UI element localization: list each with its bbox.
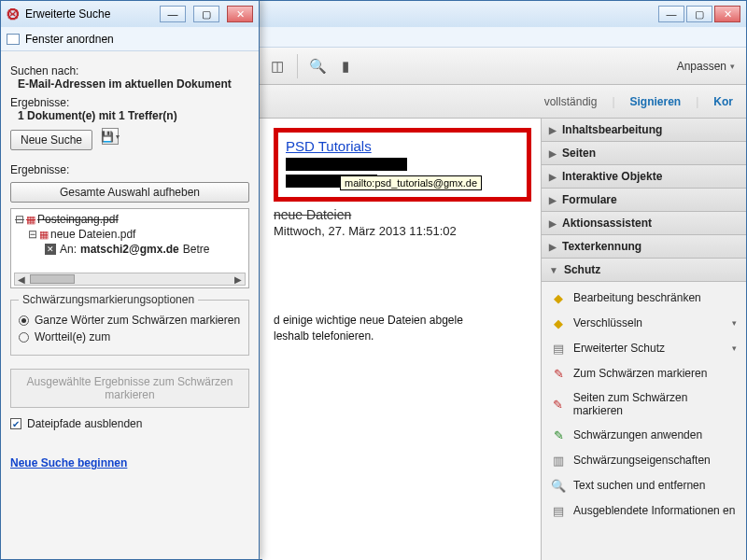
minimize-button[interactable]: — bbox=[658, 6, 684, 22]
redact-icon: ✎ bbox=[551, 397, 566, 412]
color-icon[interactable]: ▮ bbox=[335, 56, 356, 77]
document-icon: ▤ bbox=[551, 503, 566, 518]
highlight-box: PSD Tutorials mailto:psd_tutorials@gmx.d… bbox=[274, 128, 531, 202]
panel-section[interactable]: ▶Formulare bbox=[542, 189, 746, 212]
tools-panel: ▶Inhaltsbearbeitung ▶Seiten ▶Interaktive… bbox=[541, 119, 746, 560]
tab-signieren[interactable]: Signieren bbox=[630, 95, 682, 108]
tab-vollstaendig[interactable]: vollständig bbox=[544, 95, 598, 108]
maximize-button[interactable]: ▢ bbox=[193, 6, 219, 22]
results-tree[interactable]: ⊟▦Posteingang.pdf ⊟▦neue Dateien.pdf ✕An… bbox=[10, 208, 249, 288]
close-button[interactable]: ✕ bbox=[714, 6, 740, 22]
window-icon bbox=[7, 34, 20, 45]
redaction-bar bbox=[286, 158, 407, 171]
panel-section[interactable]: ▶Interaktive Objekte bbox=[542, 165, 746, 189]
close-button[interactable]: ✕ bbox=[227, 6, 253, 22]
tab-kommentar[interactable]: Kor bbox=[713, 95, 733, 108]
struck-text: neue Dateien bbox=[274, 207, 531, 222]
new-search-button[interactable]: Neue Suche bbox=[10, 130, 92, 150]
redact-icon: ✎ bbox=[551, 366, 566, 381]
acrobat-icon: ⮿ bbox=[7, 7, 20, 21]
mark-selected-button-disabled: Ausgewählte Ergebnisse zum Schwärzen mar… bbox=[10, 369, 249, 408]
label-results: Ergebnisse: bbox=[10, 96, 249, 109]
body-text: d einige wichtige neue Dateien abgele le… bbox=[274, 313, 531, 344]
customize-button[interactable]: Anpassen▾ bbox=[671, 60, 740, 73]
properties-icon: ▥ bbox=[551, 453, 566, 468]
tool-search-remove[interactable]: 🔍Text suchen und entfernen bbox=[545, 473, 742, 498]
group-legend: Schwärzungsmarkierungsoptionen bbox=[19, 293, 198, 306]
radio-whole-words[interactable]: Ganze Wörter zum Schwärzen markieren bbox=[19, 314, 241, 327]
label-search-for: Suchen nach: bbox=[10, 64, 249, 77]
tool-hidden-info[interactable]: ▤Ausgeblendete Informationen en bbox=[545, 498, 742, 524]
arrange-windows-bar[interactable]: Fenster anordnen bbox=[1, 27, 259, 51]
tool-mark-redact[interactable]: ✎Zum Schwärzen markieren bbox=[545, 361, 742, 386]
minimize-button[interactable]: — bbox=[160, 6, 186, 22]
search-dialog: ⮿ Erweiterte Suche — ▢ ✕ Fenster anordne… bbox=[0, 0, 260, 560]
shield-icon: ◆ bbox=[551, 290, 566, 305]
redaction-options-group: Schwärzungsmarkierungsoptionen Ganze Wör… bbox=[10, 300, 249, 356]
mailto-tooltip: mailto:psd_tutorials@gmx.de bbox=[340, 175, 482, 190]
tool-extended-security[interactable]: ▤Erweiterter Schutz▾ bbox=[545, 336, 742, 361]
horizontal-scrollbar[interactable]: ◀▶ bbox=[14, 273, 246, 286]
panel-section[interactable]: ▶Inhaltsbearbeitung bbox=[542, 119, 746, 142]
search-icon[interactable]: 🔍 bbox=[307, 56, 328, 77]
tool-mark-pages-redact[interactable]: ✎Seiten zum Schwärzen markieren bbox=[545, 386, 742, 423]
apply-icon: ✎ bbox=[551, 427, 566, 442]
panel-section-open[interactable]: ▼Schutz bbox=[542, 259, 746, 282]
tool-apply-redactions[interactable]: ✎Schwärzungen anwenden bbox=[545, 423, 742, 448]
deselect-all-button[interactable]: Gesamte Auswahl aufheben bbox=[10, 182, 249, 203]
save-icon[interactable]: 💾▾ bbox=[102, 128, 119, 145]
label-results2: Ergebnisse: bbox=[10, 163, 249, 176]
shield-icon: ◆ bbox=[551, 315, 566, 330]
pdf-icon: ▦ bbox=[26, 214, 35, 225]
begin-new-search-link[interactable]: Neue Suche beginnen bbox=[10, 456, 127, 469]
psd-link[interactable]: PSD Tutorials bbox=[286, 138, 372, 154]
tool-encrypt[interactable]: ◆Verschlüsseln▾ bbox=[545, 311, 742, 336]
maximize-button[interactable]: ▢ bbox=[686, 6, 712, 22]
panel-section[interactable]: ▶Texterkennung bbox=[542, 235, 746, 259]
value-search-for: E-Mail-Adressen im aktuellen Dokument bbox=[10, 77, 249, 91]
value-results: 1 Dokument(e) mit 1 Treffer(n) bbox=[10, 109, 249, 122]
combine-icon[interactable]: ◫ bbox=[267, 56, 288, 77]
panel-section[interactable]: ▶Aktionsassistent bbox=[542, 212, 746, 235]
hide-paths-checkbox[interactable]: ✔Dateipfade ausblenden bbox=[10, 417, 249, 430]
document-icon: ▤ bbox=[551, 341, 566, 356]
pdf-icon: ▦ bbox=[39, 229, 49, 240]
search-titlebar: ⮿ Erweiterte Suche — ▢ ✕ bbox=[1, 1, 259, 27]
document-area: PSD Tutorials mailto:psd_tutorials@gmx.d… bbox=[262, 119, 543, 560]
date-text: Mittwoch, 27. März 2013 11:51:02 bbox=[274, 224, 531, 238]
panel-section[interactable]: ▶Seiten bbox=[542, 142, 746, 165]
tool-redaction-props[interactable]: ▥Schwärzungseigenschaften bbox=[545, 448, 742, 473]
radio-word-parts[interactable]: Wortteil(e) zum bbox=[19, 330, 241, 343]
tool-restrict-editing[interactable]: ◆Bearbeitung beschränken bbox=[545, 286, 742, 311]
checkbox-icon[interactable]: ✕ bbox=[45, 244, 56, 255]
search-title: Erweiterte Suche bbox=[25, 7, 110, 21]
search-icon: 🔍 bbox=[551, 478, 566, 493]
